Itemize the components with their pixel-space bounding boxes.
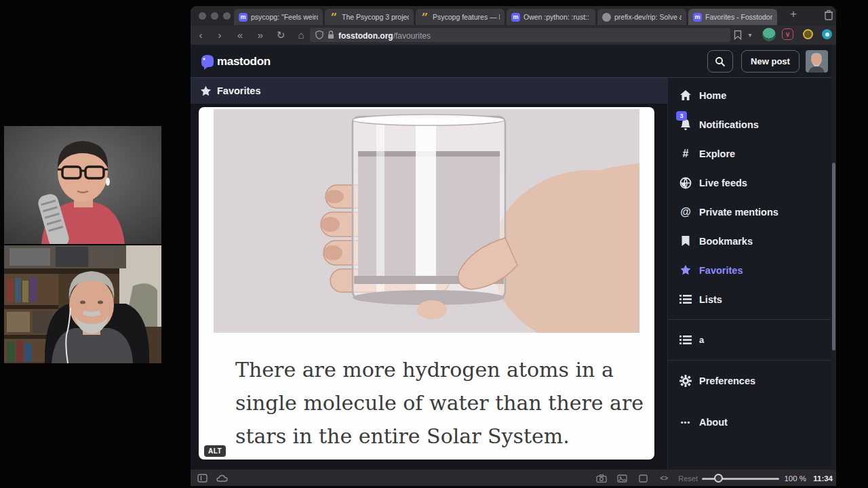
sidebar-item-bookmarks[interactable]: Bookmarks	[668, 226, 831, 256]
new-tab-button[interactable]: +	[790, 7, 797, 21]
address-bar: ‹ › « » ↻ ⌂ fosstodon.org/favourites	[191, 25, 836, 45]
sidebar-item-about[interactable]: ••• About	[668, 407, 831, 436]
at-icon: @	[679, 206, 692, 218]
rewind-button[interactable]: «	[231, 25, 249, 45]
mastodon-favicon: m	[511, 13, 520, 22]
shield-icon[interactable]	[315, 30, 323, 39]
panel-toggle-button[interactable]	[197, 470, 208, 486]
pocket-extension-icon[interactable]: ∨	[782, 28, 793, 40]
yellow-extension-icon[interactable]	[803, 29, 813, 39]
sidebar-item-label: Notifications	[699, 119, 759, 130]
mastodon-logo[interactable]: mastodon	[199, 53, 271, 70]
tab-title: Favorites - Fosstodon	[705, 13, 772, 21]
sidebar-divider	[668, 319, 831, 320]
tab-title: psycopg: "Feels weird	[251, 13, 318, 21]
hashtag-icon: #	[679, 148, 692, 160]
camera-icon	[596, 474, 607, 483]
image-icon	[617, 474, 627, 483]
tab-psycopg-post[interactable]: m psycopg: "Feels weird	[234, 9, 323, 25]
mastodon-wordmark: mastodon	[217, 55, 271, 68]
post-media-attachment[interactable]: There are more hydrogen atoms in a singl…	[199, 107, 654, 460]
sidebar-divider	[668, 360, 831, 361]
sidebar-item-lists[interactable]: Lists	[668, 285, 831, 314]
url-host: fosstodon.org	[338, 31, 393, 41]
psycopg-favicon: ”	[420, 14, 429, 20]
tiling-button[interactable]	[639, 470, 648, 486]
post-photo-glass-of-water	[214, 109, 639, 333]
tab-title: Psycopg features — P	[433, 13, 500, 21]
glass-of-water-illustration	[214, 109, 639, 333]
profile-avatar[interactable]	[762, 28, 776, 41]
sidebar-item-label: Home	[699, 90, 726, 101]
window-close-button[interactable]	[199, 12, 206, 20]
url-path: /favourites	[393, 31, 431, 41]
scrollbar-thumb[interactable]	[832, 163, 835, 350]
sidebar-item-list-a[interactable]: a	[668, 325, 831, 354]
sidebar-item-favorites[interactable]: Favorites	[668, 256, 831, 285]
home-button[interactable]: ⌂	[292, 25, 310, 45]
mastodon-page: mastodon New post	[191, 45, 836, 469]
sidebar-item-home[interactable]: Home	[668, 81, 831, 110]
teal-extension-icon[interactable]	[822, 29, 832, 39]
tab-title: prefix-dev/rip: Solve a	[614, 13, 682, 21]
sync-status-button[interactable]	[216, 470, 228, 486]
bookmark-caret-icon[interactable]: ▾	[741, 25, 759, 45]
status-clock: 11:34	[813, 470, 833, 486]
sidebar-item-private-mentions[interactable]: @ Private mentions	[668, 197, 831, 226]
webcam-top-illustration	[4, 126, 161, 244]
tab-title: The Psycopg 3 projec	[342, 13, 409, 21]
tab-owen-mastodon[interactable]: m Owen :python: :rust::	[507, 9, 595, 25]
zoom-slider-knob[interactable]	[714, 474, 723, 483]
notifications-count-badge: 3	[676, 111, 687, 121]
panel-icon	[197, 474, 208, 483]
zoom-level: 100 %	[784, 470, 806, 486]
page-scrollbar[interactable]	[831, 45, 836, 469]
tab-favorites-fosstodon[interactable]: m Favorites - Fosstodon	[688, 9, 777, 25]
sidebar-item-explore[interactable]: # Explore	[668, 139, 831, 168]
sidebar-item-notifications[interactable]: Notifications 3	[668, 110, 831, 139]
zoom-reset-button[interactable]: Reset	[678, 470, 698, 486]
tab-psycopg-features[interactable]: ” Psycopg features — P	[416, 9, 505, 25]
caption-line: There are more hydrogen atoms in a	[235, 353, 634, 386]
forward-button[interactable]: ›	[211, 25, 229, 45]
sidebar-item-live-feeds[interactable]: Live feeds	[668, 168, 831, 197]
sidebar-item-label: Preferences	[699, 375, 755, 386]
column-header[interactable]: Favorites	[191, 78, 667, 104]
sidebar-item-label: a	[699, 335, 704, 345]
status-bar: <> Reset 100 % 11:34	[191, 469, 836, 486]
caption-line: single molecule of water than there are	[235, 386, 634, 420]
window-zoom-button[interactable]	[223, 12, 231, 20]
window-minimize-button[interactable]	[211, 12, 218, 20]
reload-button[interactable]: ↻	[272, 25, 290, 45]
cloud-icon	[216, 474, 228, 482]
webcam-feed-top	[4, 126, 161, 244]
page-actions-image-button[interactable]	[617, 470, 627, 486]
sidebar-item-label: Favorites	[699, 265, 743, 276]
alt-text-badge[interactable]: ALT	[204, 445, 226, 457]
sidebar-item-preferences[interactable]: Preferences	[668, 366, 831, 395]
mastodon-header: mastodon New post	[191, 45, 836, 78]
page-source-button[interactable]: <>	[660, 470, 668, 486]
tab-github-rip[interactable]: prefix-dev/rip: Solve a	[597, 9, 686, 25]
browser-window: m psycopg: "Feels weird ” The Psycopg 3 …	[191, 6, 836, 486]
tab-bar: m psycopg: "Feels weird ” The Psycopg 3 …	[191, 6, 836, 25]
zoom-slider[interactable]	[702, 478, 779, 480]
sidebar-item-label: Explore	[699, 148, 735, 159]
capture-page-button[interactable]	[596, 470, 607, 486]
sidebar-item-label: Lists	[699, 294, 722, 305]
favorites-column: Favorites	[191, 78, 668, 469]
fast-forward-button[interactable]: »	[252, 25, 269, 45]
url-field[interactable]: fosstodon.org/favourites	[310, 28, 730, 42]
lock-icon[interactable]	[328, 30, 334, 39]
star-icon	[200, 85, 212, 97]
search-button[interactable]	[707, 50, 733, 73]
account-avatar[interactable]	[806, 50, 828, 73]
navigation-panel: Home Notifications 3 # Explore	[668, 78, 831, 469]
square-icon	[639, 474, 648, 483]
psycopg-favicon: ”	[330, 14, 338, 20]
tab-psycopg3-project[interactable]: ” The Psycopg 3 projec	[325, 9, 414, 25]
closed-tabs-trash-icon[interactable]	[824, 9, 833, 20]
bookmark-ribbon-icon	[679, 235, 692, 247]
back-button[interactable]: ‹	[192, 25, 210, 45]
new-post-button[interactable]: New post	[741, 50, 800, 73]
